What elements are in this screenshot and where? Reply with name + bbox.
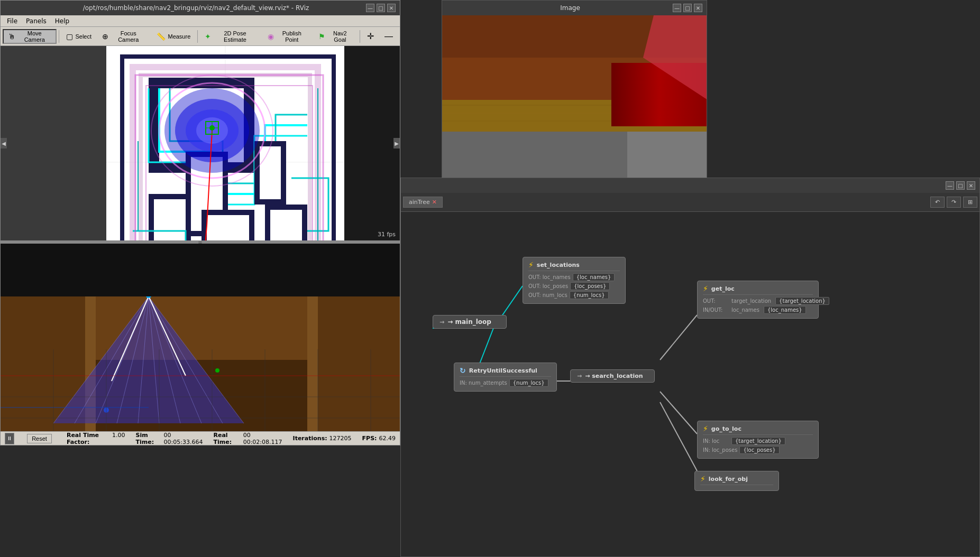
main-loop-arrow: → — [439, 319, 444, 326]
publish-point-button[interactable]: ◉ Publish Point — [263, 29, 313, 44]
svg-rect-65 — [1, 244, 400, 296]
svg-rect-37 — [307, 296, 318, 431]
svg-point-27 — [209, 125, 215, 131]
bt-content[interactable]: → → main_loop ⚡ set_locations OUT: loc_n… — [401, 212, 979, 556]
toolbar-sep-2 — [197, 30, 198, 43]
focus-icon: ⊕ — [102, 32, 108, 41]
node-retry[interactable]: ↻ RetryUntilSuccessful IN: num_attempts … — [454, 363, 557, 392]
toolbar-sep-3 — [360, 30, 360, 43]
image-close-btn[interactable]: ✕ — [694, 4, 702, 12]
minimize-button[interactable]: — — [366, 4, 374, 12]
fps-status: FPS: 62.49 — [362, 435, 396, 442]
nav-icon: ⚑ — [318, 32, 325, 41]
rviz-content: ◀ ▶ — [1, 46, 400, 431]
node-search-location[interactable]: → → search_location — [570, 369, 655, 383]
sim-time: Sim Time: 00 00:05:33.664 — [136, 432, 203, 445]
close-button[interactable]: ✕ — [387, 4, 396, 12]
bt-tab-close[interactable]: ✕ — [432, 199, 437, 206]
image-maximize-btn[interactable]: □ — [683, 4, 692, 12]
go-to-loc-icon: ⚡ — [703, 424, 708, 433]
rviz-menubar: File Panels Help — [1, 15, 400, 27]
extra-button[interactable]: ✛ — [362, 29, 379, 44]
get-loc-port-2: IN/OUT: loc_names {loc_names} — [703, 306, 813, 314]
move-camera-icon: 🖱 — [8, 32, 15, 41]
iterations: Iterations: 127205 — [293, 435, 352, 442]
rviz-toolbar: 🖱 Move Camera ▢ Select ⊕ Focus Camera 📏 … — [1, 27, 400, 46]
svg-rect-11 — [260, 146, 281, 199]
collapse-right-arrow[interactable]: ▶ — [393, 138, 400, 148]
nav2-goal-button[interactable]: ⚑ Nav2 Goal — [314, 29, 358, 44]
go-to-loc-header: ⚡ go_to_loc — [703, 424, 813, 435]
rviz-title-buttons[interactable]: — □ ✕ — [366, 4, 396, 12]
svg-rect-13 — [270, 210, 302, 240]
node-set-locations[interactable]: ⚡ set_locations OUT: loc_names {loc_name… — [523, 257, 626, 304]
toolbar-sep-1 — [59, 30, 59, 43]
rviz-side-panel — [1, 46, 106, 240]
get-loc-port-1: OUT: target_location {target_location} — [703, 297, 813, 305]
get-loc-header: ⚡ get_loc — [703, 284, 813, 295]
select-button[interactable]: ▢ Select — [61, 29, 96, 44]
look-for-obj-icon: ⚡ — [700, 475, 706, 483]
set-locations-port-2: OUT: loc_poses {loc_poses} — [528, 282, 620, 290]
rviz-map-canvas — [106, 46, 344, 240]
svg-rect-35 — [318, 296, 400, 431]
bt-toolbar: ainTree ✕ ↶ ↷ ⊞ — [401, 193, 979, 212]
rviz-top-view[interactable]: ◀ ▶ — [1, 46, 400, 240]
menu-file[interactable]: File — [3, 16, 22, 26]
real-time-factor: Real Time Factor: 1.00 — [67, 432, 125, 445]
retry-icon: ↻ — [460, 366, 466, 375]
bt-layout-btn[interactable]: ⊞ — [963, 197, 977, 208]
menu-panels[interactable]: Panels — [22, 16, 51, 26]
svg-point-53 — [215, 368, 219, 373]
minus-button[interactable]: — — [380, 29, 398, 44]
select-icon: ▢ — [66, 32, 73, 41]
reset-button[interactable]: Reset — [27, 434, 52, 443]
bt-redo-btn[interactable]: ↷ — [947, 197, 961, 208]
go-to-loc-port-2: IN: loc_poses {loc_poses} — [703, 446, 813, 454]
bt-tab[interactable]: ainTree ✕ — [403, 197, 443, 208]
pose-icon: ✦ — [205, 32, 211, 41]
maximize-button[interactable]: □ — [377, 4, 385, 12]
search-arrow: → — [577, 373, 582, 379]
move-camera-button[interactable]: 🖱 Move Camera — [3, 29, 57, 44]
bt-titlebar: — □ ✕ — [401, 178, 979, 193]
map-svg — [106, 46, 344, 240]
3d-scene-svg — [1, 244, 400, 431]
bt-undo-btn[interactable]: ↶ — [930, 197, 945, 208]
rviz-3d-view[interactable] — [1, 244, 400, 431]
svg-line-89 — [660, 402, 697, 471]
go-to-loc-port-1: IN: loc {target_location} — [703, 437, 813, 445]
menu-help[interactable]: Help — [51, 16, 74, 26]
image-minimize-btn[interactable]: — — [673, 4, 681, 12]
svg-rect-15 — [207, 215, 249, 240]
retry-header: ↻ RetryUntilSuccessful — [460, 366, 551, 377]
look-for-obj-header: ⚡ look_for_obj — [700, 475, 773, 485]
rviz-titlebar: /opt/ros/humble/share/nav2_bringup/rviz/… — [1, 1, 400, 15]
retry-port-1: IN: num_attempts {num_locs} — [460, 379, 551, 387]
bt-close-btn[interactable]: ✕ — [967, 181, 975, 190]
set-locations-port-1: OUT: loc_names {loc_names} — [528, 273, 620, 281]
bt-maximize-btn[interactable]: □ — [956, 181, 965, 190]
image-title: Image — [560, 4, 580, 12]
bt-window: — □ ✕ ainTree ✕ ↶ ↷ ⊞ — [400, 178, 980, 557]
pause-button[interactable]: ⏸ — [5, 433, 14, 444]
publish-icon: ◉ — [268, 32, 274, 41]
svg-line-88 — [660, 392, 697, 434]
node-main-loop[interactable]: → → main_loop — [433, 315, 507, 329]
node-look-for-obj[interactable]: ⚡ look_for_obj — [694, 471, 779, 491]
measure-button[interactable]: 📏 Measure — [152, 29, 195, 44]
fps-display: 31 fps — [378, 231, 396, 238]
set-locations-port-3: OUT: num_locs {num_locs} — [528, 291, 620, 299]
set-locations-icon: ⚡ — [528, 261, 534, 269]
svg-line-87 — [660, 315, 697, 360]
node-go-to-loc[interactable]: ⚡ go_to_loc IN: loc {target_location} IN… — [697, 421, 819, 459]
image-titlebar: Image — □ ✕ — [442, 1, 707, 15]
get-loc-icon: ⚡ — [703, 284, 708, 293]
real-time: Real Time: 00 00:02:08.117 — [213, 432, 282, 445]
measure-icon: 📏 — [157, 32, 166, 41]
node-get-loc[interactable]: ⚡ get_loc OUT: target_location {target_l… — [697, 281, 819, 319]
collapse-left-arrow[interactable]: ◀ — [1, 138, 7, 148]
bt-minimize-btn[interactable]: — — [946, 181, 954, 190]
focus-camera-button[interactable]: ⊕ Focus Camera — [97, 29, 151, 44]
pose-estimate-button[interactable]: ✦ 2D Pose Estimate — [200, 29, 262, 44]
